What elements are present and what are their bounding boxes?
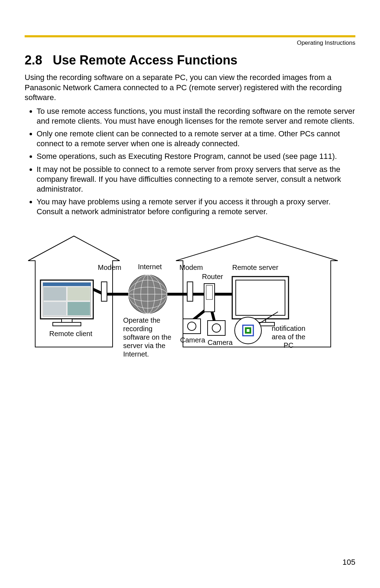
section-title-text: Use Remote Access Functions: [53, 53, 238, 67]
camera-icon: [208, 321, 225, 335]
label-camera-1: Camera: [180, 336, 205, 344]
svg-point-28: [188, 322, 196, 330]
label-router: Router: [202, 272, 223, 281]
section-number: 2.8: [25, 53, 42, 67]
svg-rect-10: [101, 282, 107, 301]
intro-paragraph: Using the recording software on a separa…: [25, 73, 355, 103]
label-modem-left: Modem: [98, 263, 121, 272]
bullet-list: To use remote access functions, you must…: [28, 106, 355, 217]
globe-icon: [128, 275, 167, 314]
svg-rect-21: [62, 319, 72, 322]
svg-rect-35: [247, 329, 249, 332]
svg-rect-13: [206, 285, 213, 299]
camera-icon: [183, 319, 201, 334]
section-heading: 2.8 Use Remote Access Functions: [25, 53, 355, 68]
modem-left-icon: [101, 282, 107, 301]
running-header: Operating Instructions: [297, 39, 355, 47]
svg-point-30: [212, 324, 221, 332]
router-icon: [204, 284, 215, 312]
server-monitor-icon: [232, 277, 289, 326]
label-remote-server: Remote server: [232, 263, 278, 272]
label-notification: notification area of the PC: [267, 324, 310, 349]
bullet-item: You may have problems using a remote ser…: [37, 197, 355, 217]
label-operate-note: Operate the recording software on the se…: [123, 316, 174, 358]
svg-rect-20: [68, 302, 90, 315]
top-rule: [25, 35, 355, 37]
client-monitor-icon: [40, 280, 93, 326]
svg-rect-24: [236, 280, 285, 315]
page-number: 105: [342, 558, 355, 567]
bullet-item: Only one remote client can be connected …: [37, 129, 355, 149]
modem-right-icon: [187, 282, 193, 301]
svg-rect-17: [44, 287, 66, 301]
svg-rect-11: [187, 282, 193, 301]
bullet-item: It may not be possible to connect to a r…: [37, 165, 355, 194]
network-diagram: Modem Internet Modem Remote server Route…: [25, 231, 355, 358]
bullet-item: To use remote access functions, you must…: [37, 106, 355, 126]
page: Operating Instructions 2.8 Use Remote Ac…: [0, 0, 380, 588]
svg-rect-16: [43, 283, 91, 286]
label-remote-client: Remote client: [49, 329, 92, 338]
label-modem-right: Modem: [179, 263, 203, 272]
svg-rect-18: [68, 287, 90, 301]
label-internet: Internet: [138, 262, 162, 271]
svg-rect-22: [53, 322, 81, 326]
label-camera-2: Camera: [208, 338, 233, 347]
svg-rect-19: [44, 302, 66, 315]
bullet-item: Some operations, such as Executing Resto…: [37, 151, 355, 161]
